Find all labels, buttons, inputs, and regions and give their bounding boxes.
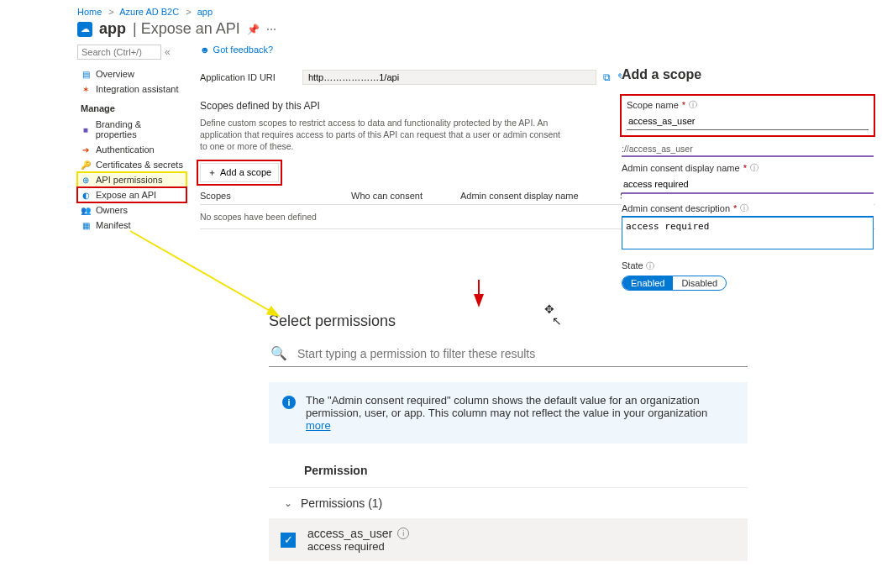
permission-item-desc: access required xyxy=(307,540,409,553)
feedback-icon: ☻ xyxy=(200,45,210,55)
info-icon[interactable]: ⓘ xyxy=(750,162,759,174)
app-id-input[interactable] xyxy=(302,70,596,85)
copy-icon[interactable]: ⧉ xyxy=(603,71,611,83)
collapse-sidebar-icon[interactable]: « xyxy=(165,46,171,58)
annotation-arrow-red xyxy=(466,277,500,311)
info-icon: i xyxy=(282,396,296,409)
scope-name-input[interactable] xyxy=(627,113,869,130)
sidebar-item-expose-api[interactable]: ◐Expose an API xyxy=(77,187,186,202)
info-icon[interactable]: i xyxy=(397,528,409,539)
scope-full-uri: ://access_as_user xyxy=(622,144,874,157)
state-toggle[interactable]: Enabled Disabled xyxy=(622,276,727,291)
app-id-label: Application ID URI xyxy=(200,72,276,82)
permission-item-name: access_as_useri xyxy=(307,527,409,540)
learn-more-link[interactable]: more xyxy=(306,419,331,432)
sidebar-item-owners[interactable]: 👥Owners xyxy=(77,202,186,218)
info-icon[interactable]: ⓘ xyxy=(689,99,697,111)
sidebar-item-authentication[interactable]: ➔Authentication xyxy=(77,142,186,157)
more-icon[interactable]: ⋯ xyxy=(266,24,276,35)
scope-name-label: Scope name xyxy=(627,100,679,110)
sidebar-item-overview[interactable]: ▤Overview xyxy=(77,66,186,81)
display-name-label: Admin consent display name xyxy=(622,163,740,173)
permission-group-row[interactable]: ⌄ Permissions (1) xyxy=(269,487,748,518)
pin-icon[interactable]: 📌 xyxy=(247,24,260,35)
search-icon: 🔍 xyxy=(270,345,287,361)
plus-icon: ＋ xyxy=(207,166,217,179)
permission-info-box: i The "Admin consent required" column sh… xyxy=(269,382,748,444)
add-scope-button[interactable]: ＋Add a scope xyxy=(200,163,279,182)
breadcrumb-app[interactable]: app xyxy=(197,7,213,17)
description-label: Admin consent description xyxy=(622,203,730,213)
select-permissions-title: Select permissions xyxy=(269,312,748,330)
sidebar-item-integration[interactable]: ✶Integration assistant xyxy=(77,81,186,97)
sidebar-section-manage: Manage xyxy=(77,97,186,117)
description-input[interactable]: access required xyxy=(622,216,874,249)
sidebar-item-branding[interactable]: ■Branding & properties xyxy=(77,117,186,142)
sidebar: « ▤Overview ✶Integration assistant Manag… xyxy=(77,45,186,233)
permission-column-header: Permission xyxy=(269,464,748,487)
breadcrumb-b2c[interactable]: Azure AD B2C xyxy=(119,7,179,17)
state-enabled[interactable]: Enabled xyxy=(622,276,673,290)
page-title: app xyxy=(99,20,126,38)
sidebar-item-api-permissions[interactable]: ⊕API permissions xyxy=(77,172,186,187)
svg-line-0 xyxy=(130,231,277,315)
app-icon: ☁ xyxy=(77,22,92,37)
select-permissions-panel: Select permissions 🔍 i The "Admin consen… xyxy=(269,312,748,561)
state-label: State xyxy=(622,260,643,270)
permission-item-row[interactable]: ✓ access_as_useri access required xyxy=(269,518,748,561)
breadcrumb-home[interactable]: Home xyxy=(77,7,102,17)
permission-search-input[interactable] xyxy=(296,346,746,361)
scopes-section-desc: Define custom scopes to restrict access … xyxy=(200,117,570,153)
display-name-input[interactable] xyxy=(622,176,874,194)
sidebar-item-certificates[interactable]: 🔑Certificates & secrets xyxy=(77,157,186,172)
info-icon[interactable]: ⓘ xyxy=(646,261,654,270)
add-scope-panel: Add a scope Scope name*ⓘ ://access_as_us… xyxy=(622,67,874,291)
info-icon[interactable]: ⓘ xyxy=(740,202,748,214)
page-subtitle: | Expose an API xyxy=(133,20,240,38)
permission-checkbox[interactable]: ✓ xyxy=(281,533,296,548)
search-input[interactable] xyxy=(77,45,161,60)
page-title-row: ☁ app | Expose an API 📌 ⋯ xyxy=(0,20,882,45)
chevron-down-icon: ⌄ xyxy=(284,497,292,509)
feedback-link[interactable]: ☻Got feedback? xyxy=(200,45,875,55)
breadcrumb: Home> Azure AD B2C> app xyxy=(0,0,882,20)
sidebar-item-manifest[interactable]: ▦Manifest xyxy=(77,218,186,233)
state-disabled[interactable]: Disabled xyxy=(673,276,726,290)
panel-title: Add a scope xyxy=(622,67,874,82)
